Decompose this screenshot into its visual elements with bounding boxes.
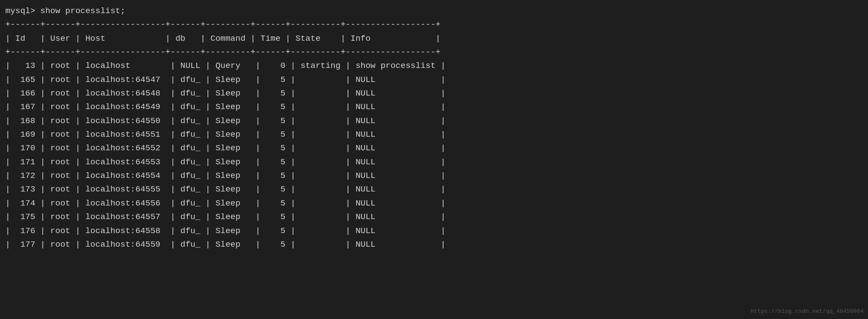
watermark: https://blog.csdn.net/qq_40456064 xyxy=(751,308,864,315)
terminal-window: mysql> show processlist; +------+------+… xyxy=(0,0,868,252)
terminal-output: mysql> show processlist; +------+------+… xyxy=(0,4,868,252)
